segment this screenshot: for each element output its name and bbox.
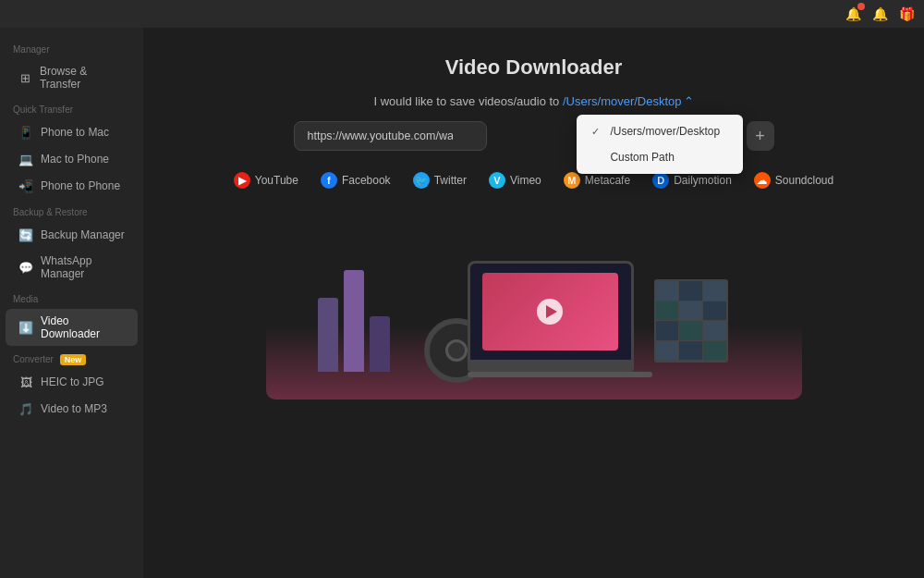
platform-facebook[interactable]: f Facebook — [315, 169, 396, 191]
sidebar-item-phone-to-phone[interactable]: 📲 Phone to Phone — [6, 173, 138, 199]
film-cell-4 — [656, 301, 680, 321]
platform-vimeo[interactable]: V Vimeo — [483, 169, 547, 191]
backup-manager-icon: 🔄 — [18, 228, 33, 242]
dropdown-item-custom[interactable]: Custom Path — [577, 144, 743, 170]
mac-to-phone-icon: 💻 — [18, 152, 33, 166]
sidebar: Manager ⊞ Browse & Transfer Quick Transf… — [0, 28, 143, 578]
phone-to-mac-icon: 📱 — [18, 125, 33, 140]
twitter-icon: 🐦 — [413, 172, 430, 189]
sidebar-item-browse-transfer[interactable]: ⊞ Browse & Transfer — [6, 59, 138, 96]
film-strip-row-3 — [656, 321, 726, 341]
bell-icon[interactable]: 🔔 — [872, 6, 888, 21]
laptop-screen-inner — [482, 273, 619, 350]
phone-to-phone-icon: 📲 — [18, 178, 33, 193]
video-to-mp3-icon: 🎵 — [18, 401, 33, 416]
film-cell-7 — [656, 321, 680, 340]
film-cell-12 — [703, 341, 726, 361]
reel-inner — [445, 339, 468, 362]
platform-youtube[interactable]: ▶ YouTube — [228, 169, 304, 191]
film-cell-10 — [656, 341, 680, 361]
facebook-icon: f — [321, 172, 337, 189]
sidebar-item-phone-to-mac[interactable]: 📱 Phone to Mac — [6, 119, 138, 145]
notification-icon[interactable]: 🔔 — [845, 6, 861, 21]
quick-transfer-section-label: Quick Transfer — [0, 97, 143, 118]
sidebar-item-backup-manager[interactable]: 🔄 Backup Manager — [6, 222, 138, 248]
film-cell-2 — [679, 281, 703, 301]
main-layout: Manager ⊞ Browse & Transfer Quick Transf… — [0, 28, 924, 578]
film-cell-5 — [679, 301, 703, 321]
manager-section-label: Manager — [0, 37, 143, 58]
add-button[interactable]: + — [747, 121, 774, 151]
film-cell-3 — [703, 281, 726, 301]
save-path-chevron-icon[interactable]: ⌃ — [684, 94, 694, 108]
laptop-base-bottom — [468, 372, 652, 377]
converter-section-label: Converter New — [0, 347, 143, 368]
laptop — [468, 261, 634, 381]
soundcloud-icon: ☁ — [754, 172, 771, 189]
play-button-icon — [537, 299, 563, 325]
platform-soundcloud[interactable]: ☁ Soundcloud — [748, 169, 839, 191]
shape-bar-1 — [318, 298, 338, 372]
title-bar: 🔔 🔔 🎁 — [0, 0, 924, 28]
url-input[interactable] — [294, 121, 487, 151]
whatsapp-manager-icon: 💬 — [18, 260, 33, 275]
sidebar-item-video-to-mp3[interactable]: 🎵 Video to MP3 — [6, 396, 138, 422]
film-cell-9 — [703, 321, 726, 340]
notification-badge — [857, 3, 865, 10]
film-cell-1 — [656, 281, 680, 301]
sidebar-item-heic-to-jpg[interactable]: 🖼 HEIC to JPG — [6, 369, 138, 395]
film-strip-row-4 — [656, 341, 726, 362]
save-path-label: I would like to save videos/audio to — [373, 94, 559, 108]
page-title: Video Downloader — [445, 55, 623, 80]
content-area: Video Downloader I would like to save vi… — [143, 28, 924, 578]
shape-bar-2 — [344, 270, 364, 372]
dropdown-item-desktop[interactable]: ✓ /Users/mover/Desktop — [577, 118, 743, 144]
film-strip — [654, 279, 728, 363]
sidebar-item-mac-to-phone[interactable]: 💻 Mac to Phone — [6, 146, 138, 172]
laptop-screen — [468, 261, 634, 363]
film-cell-6 — [703, 301, 726, 321]
sidebar-item-video-downloader[interactable]: ⬇️ Video Downloader — [6, 309, 138, 346]
laptop-base — [468, 363, 634, 372]
film-cell-8 — [679, 321, 703, 340]
gift-icon[interactable]: 🎁 — [899, 6, 915, 21]
youtube-icon: ▶ — [234, 172, 250, 189]
backup-restore-section-label: Backup & Restore — [0, 200, 143, 221]
save-path-link[interactable]: /Users/mover/Desktop — [563, 94, 682, 108]
video-downloader-icon: ⬇️ — [18, 320, 33, 335]
platform-twitter[interactable]: 🐦 Twitter — [407, 169, 472, 191]
play-triangle — [546, 305, 557, 318]
converter-new-badge: New — [60, 354, 87, 365]
illustration-area — [266, 215, 802, 400]
sidebar-item-whatsapp-manager[interactable]: 💬 WhatsApp Manager — [6, 249, 138, 286]
metacafe-icon: M — [564, 172, 580, 189]
vimeo-icon: V — [489, 172, 505, 189]
dailymotion-icon: D — [652, 172, 669, 189]
media-section-label: Media — [0, 287, 143, 308]
film-strip-row-2 — [656, 301, 726, 322]
film-cell-11 — [679, 341, 703, 361]
shape-bar-3 — [370, 316, 390, 372]
heic-to-jpg-icon: 🖼 — [18, 375, 33, 389]
save-path-dropdown: ✓ /Users/mover/Desktop Custom Path — [577, 115, 743, 174]
film-strip-row-1 — [656, 281, 726, 301]
browse-transfer-icon: ⊞ — [18, 70, 32, 85]
platform-row: ▶ YouTube f Facebook 🐦 Twitter V Vimeo M… — [228, 169, 839, 191]
save-path-row: I would like to save videos/audio to /Us… — [373, 94, 693, 108]
dropdown-check-icon: ✓ — [591, 126, 604, 138]
left-shapes — [318, 270, 390, 372]
